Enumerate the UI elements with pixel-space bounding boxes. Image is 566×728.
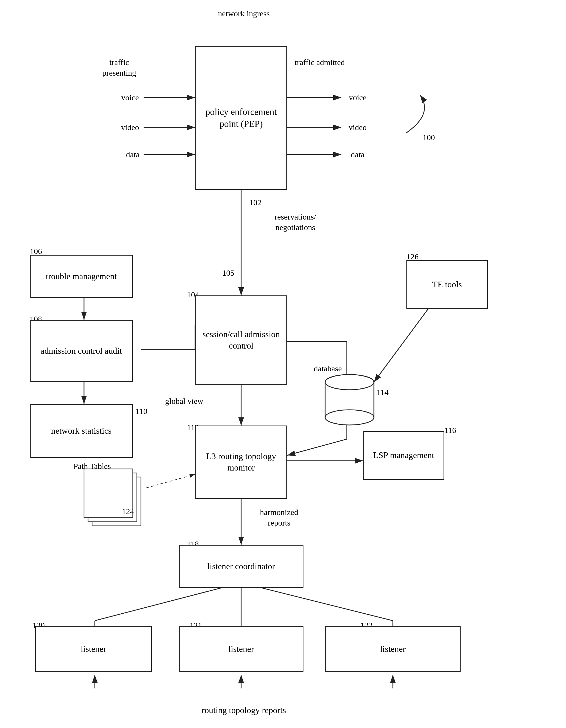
- ref-100: 100: [423, 133, 435, 142]
- listener2-box: listener: [179, 626, 303, 672]
- te-tools-label: TE tools: [432, 279, 462, 290]
- ref-116: 116: [444, 426, 456, 435]
- lsp-management-label: LSP management: [373, 450, 434, 461]
- traffic-presenting-label: traffic presenting: [92, 57, 146, 78]
- data-in-label: data: [119, 149, 146, 160]
- svg-line-20: [374, 309, 428, 382]
- listener-coordinator-box: listener coordinator: [179, 545, 303, 588]
- l3-routing-box: L3 routing topology monitor: [195, 426, 287, 499]
- ref-124: 124: [122, 507, 134, 516]
- listener3-label: listener: [380, 643, 406, 655]
- global-view-label: global view: [157, 396, 211, 406]
- listener3-box: listener: [325, 626, 461, 672]
- session-call-admission-label: session/call admission control: [196, 329, 286, 351]
- pep-label: policy enforcement point (PEP): [196, 106, 286, 130]
- ref-126: 126: [406, 252, 419, 261]
- session-call-admission-box: session/call admission control: [195, 295, 287, 385]
- network-statistics-box: network statistics: [30, 404, 133, 458]
- trouble-management-label: trouble management: [46, 271, 117, 282]
- voice-out-label: voice: [344, 92, 371, 103]
- voice-in-label: voice: [117, 92, 144, 103]
- svg-line-19: [287, 439, 347, 455]
- svg-point-34: [325, 410, 374, 425]
- ref-114: 114: [376, 388, 388, 397]
- video-in-label: video: [117, 122, 144, 133]
- database-cylinder: [322, 374, 376, 428]
- network-statistics-label: network statistics: [51, 425, 111, 437]
- data-out-label: data: [344, 149, 371, 160]
- admission-control-audit-label: admission control audit: [41, 345, 122, 357]
- admission-control-audit-box: admission control audit: [30, 320, 133, 382]
- database-label: database: [303, 363, 352, 374]
- harmonized-reports-label: harmonized reports: [249, 507, 309, 528]
- te-tools-box: TE tools: [406, 260, 488, 309]
- path-tables-stack: [81, 466, 152, 532]
- listener1-label: listener: [81, 643, 106, 655]
- path-tables-label: Path Tables: [65, 461, 119, 471]
- traffic-admitted-label: traffic admitted: [292, 57, 347, 67]
- ref-105: 105: [222, 268, 235, 278]
- l3-routing-label: L3 routing topology monitor: [196, 451, 286, 473]
- ref-102: 102: [249, 198, 262, 207]
- reservations-negotiations-label: reservations/ negotiations: [258, 211, 333, 233]
- listener-coordinator-label: listener coordinator: [207, 561, 275, 572]
- svg-line-22: [146, 474, 195, 488]
- listener2-label: listener: [229, 643, 254, 655]
- diagram: network ingress policy enforcement point…: [0, 0, 566, 728]
- video-out-label: video: [344, 122, 371, 133]
- ref-106: 106: [30, 247, 42, 256]
- lsp-management-box: LSP management: [363, 431, 444, 480]
- svg-line-24: [95, 583, 241, 621]
- svg-point-35: [325, 375, 374, 390]
- trouble-management-box: trouble management: [30, 255, 133, 298]
- routing-topology-reports-label: routing topology reports: [168, 705, 320, 716]
- ref-110: 110: [136, 407, 147, 416]
- network-ingress-label: network ingress: [206, 8, 282, 19]
- svg-line-27: [241, 583, 393, 621]
- listener1-box: listener: [35, 626, 152, 672]
- pep-box: policy enforcement point (PEP): [195, 46, 287, 190]
